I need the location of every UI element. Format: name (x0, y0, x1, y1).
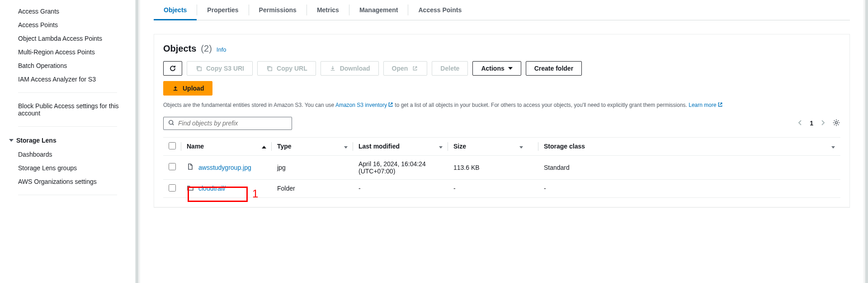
settings-button[interactable] (832, 119, 840, 128)
search-box[interactable] (163, 117, 292, 130)
col-size[interactable]: Size (453, 143, 466, 150)
sidebar-divider (18, 195, 117, 195)
col-name[interactable]: Name (187, 143, 204, 150)
button-label: Actions (481, 65, 504, 72)
pager: 1 (798, 119, 840, 128)
external-link-icon (388, 101, 393, 110)
button-label: Delete (440, 65, 459, 72)
sidebar-item-block-public[interactable]: Block Public Access settings for this ac… (9, 99, 126, 120)
sidebar-header-storage-lens[interactable]: Storage Lens (9, 133, 126, 148)
cell-type: jpg (272, 155, 353, 179)
search-input[interactable] (178, 120, 287, 127)
sidebar-item-access-points[interactable]: Access Points (9, 18, 126, 32)
cell-last-modified: April 16, 2024, 16:04:24 (UTC+07:00) (353, 155, 448, 179)
table-row: awsstudygroup.jpg jpg April 16, 2024, 16… (163, 155, 840, 179)
sidebar-item-dashboards[interactable]: Dashboards (9, 148, 126, 161)
col-type[interactable]: Type (277, 143, 292, 150)
button-label: Copy URL (277, 65, 307, 72)
tab-properties[interactable]: Properties (197, 0, 248, 20)
object-link[interactable]: cloudtrail/ (198, 185, 226, 192)
link-text: Learn more (689, 102, 716, 108)
sort-caret-icon[interactable] (831, 146, 835, 149)
search-icon (168, 120, 175, 127)
svg-point-2 (169, 120, 173, 125)
col-last-modified[interactable]: Last modified (359, 143, 400, 150)
button-label: Open (392, 65, 408, 72)
svg-rect-1 (268, 67, 272, 71)
copy-icon (195, 65, 203, 72)
cell-storage-class: Standard (538, 155, 840, 179)
sidebar-item-batch-ops[interactable]: Batch Operations (9, 59, 126, 72)
objects-table: Name Type Last modified Size (163, 137, 840, 198)
sidebar-divider (18, 126, 117, 127)
upload-icon (172, 85, 179, 92)
create-folder-button[interactable]: Create folder (526, 61, 582, 76)
object-link[interactable]: awsstudygroup.jpg (198, 164, 251, 171)
folder-icon (187, 184, 194, 193)
sidebar-item-access-grants[interactable]: Access Grants (9, 5, 126, 18)
cell-size: 113.6 KB (448, 155, 538, 179)
sidebar-item-object-lambda[interactable]: Object Lambda Access Points (9, 32, 126, 45)
learn-more-link[interactable]: Learn more (689, 102, 722, 108)
panel-header: Objects (2) Info (163, 43, 840, 54)
tab-access-points[interactable]: Access Points (408, 0, 472, 20)
delete-button[interactable]: Delete (432, 61, 468, 76)
upload-button[interactable]: Upload (163, 81, 212, 96)
desc-text: to get a list of all objects in your buc… (395, 102, 689, 108)
button-label: Copy S3 URI (206, 65, 244, 72)
actions-row: Copy S3 URI Copy URL Download Open (163, 61, 840, 76)
prev-page[interactable] (798, 120, 802, 127)
panel-description: Objects are the fundamental entities sto… (163, 101, 840, 110)
actions-row-2: Upload (163, 81, 840, 96)
tab-objects[interactable]: Objects (154, 0, 197, 20)
row-checkbox[interactable] (169, 184, 176, 192)
sidebar-item-iam-analyzer[interactable]: IAM Access Analyzer for S3 (9, 72, 126, 86)
svg-rect-0 (198, 67, 201, 71)
main-content: Objects Properties Permissions Metrics M… (140, 0, 863, 283)
copy-url-button[interactable]: Copy URL (257, 61, 316, 76)
open-button[interactable]: Open (383, 61, 428, 76)
actions-dropdown[interactable]: Actions (472, 61, 521, 76)
external-link-icon (411, 65, 419, 72)
sidebar-divider (18, 92, 117, 93)
row-checkbox[interactable] (169, 163, 176, 170)
button-label: Download (340, 65, 370, 72)
external-link-icon (717, 101, 723, 110)
filter-row: 1 (163, 117, 840, 130)
refresh-button[interactable] (163, 61, 182, 76)
sidebar-item-lens-groups[interactable]: Storage Lens groups (9, 161, 126, 175)
download-icon (329, 65, 336, 72)
table-row: cloudtrail/ Folder - - - (163, 179, 840, 197)
resize-handle[interactable] (136, 0, 138, 283)
info-link[interactable]: Info (217, 46, 226, 53)
sort-asc-icon[interactable] (262, 146, 266, 149)
copy-s3-uri-button[interactable]: Copy S3 URI (187, 61, 253, 76)
svg-point-3 (835, 121, 838, 124)
desc-text: Objects are the fundamental entities sto… (163, 102, 335, 108)
file-icon (187, 163, 194, 172)
caret-down-icon (9, 139, 14, 142)
sort-caret-icon[interactable] (439, 146, 443, 149)
button-label: Upload (183, 85, 204, 92)
tab-permissions[interactable]: Permissions (249, 0, 307, 20)
sidebar-item-multi-region[interactable]: Multi-Region Access Points (9, 45, 126, 59)
inventory-link[interactable]: Amazon S3 inventory (335, 102, 393, 108)
next-page[interactable] (821, 120, 825, 127)
sidebar-item-org-settings[interactable]: AWS Organizations settings (9, 175, 126, 188)
download-button[interactable]: Download (321, 61, 379, 76)
col-storage-class[interactable]: Storage class (544, 143, 585, 150)
sort-caret-icon[interactable] (519, 146, 523, 149)
refresh-icon (169, 65, 176, 72)
cell-type: Folder (272, 179, 353, 197)
resize-handle-right[interactable] (865, 0, 868, 283)
tab-metrics[interactable]: Metrics (307, 0, 349, 20)
select-all-checkbox[interactable] (169, 142, 176, 149)
objects-panel: Objects (2) Info Copy S3 URI Copy URL (154, 34, 850, 207)
sort-caret-icon[interactable] (344, 146, 348, 149)
panel-title: Objects (163, 43, 196, 54)
table-header-row: Name Type Last modified Size (163, 137, 840, 155)
cell-size: - (448, 179, 538, 197)
caret-down-icon (508, 67, 513, 70)
tab-management[interactable]: Management (349, 0, 408, 20)
link-text: Amazon S3 inventory (335, 102, 387, 108)
